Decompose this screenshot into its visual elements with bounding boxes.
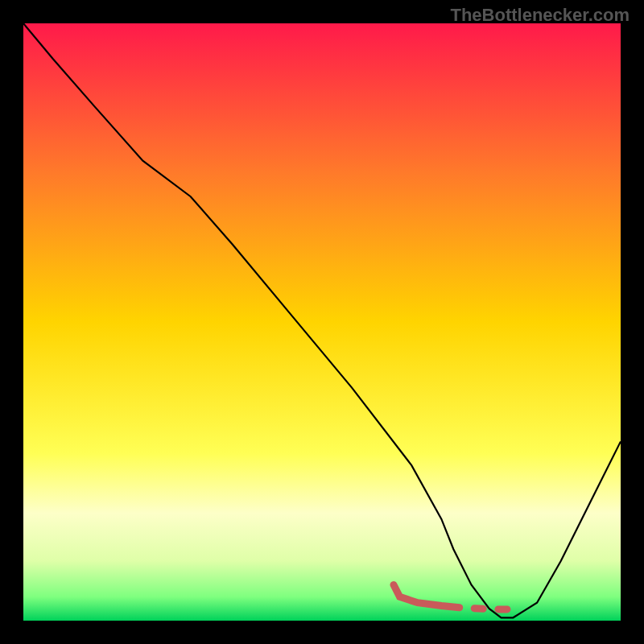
gradient-background <box>23 23 621 621</box>
bottleneck-chart <box>23 23 621 621</box>
watermark-text: TheBottlenecker.com <box>450 5 630 26</box>
chart-canvas <box>23 23 621 621</box>
